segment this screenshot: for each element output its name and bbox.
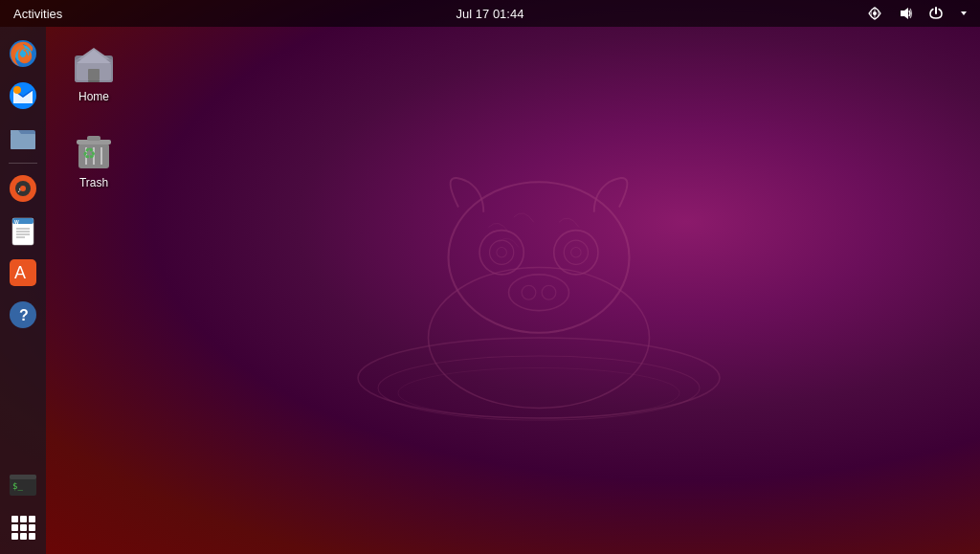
- grid-dot: [11, 533, 18, 540]
- svg-point-2: [398, 367, 679, 418]
- dock-separator: [9, 163, 37, 164]
- grid-dot: [11, 516, 18, 522]
- dock-item-files[interactable]: [4, 119, 42, 157]
- grid-dot: [20, 524, 27, 531]
- trash-icon: ♻: [71, 126, 117, 172]
- dock-item-firefox[interactable]: [4, 34, 42, 73]
- svg-point-13: [542, 285, 556, 299]
- grid-dot: [29, 524, 35, 531]
- svg-text:A: A: [14, 263, 26, 282]
- power-icon[interactable]: [924, 4, 947, 23]
- volume-icon[interactable]: [894, 4, 917, 23]
- grid-dot: [20, 533, 27, 540]
- desktop: Activities Jul 17 01:44: [0, 0, 980, 554]
- hippo-watermark: [338, 96, 740, 459]
- system-menu-icon[interactable]: [955, 7, 972, 20]
- svg-point-8: [554, 230, 598, 274]
- svg-rect-26: [11, 134, 35, 149]
- topbar-left: Activities: [8, 7, 68, 21]
- svg-text:♻: ♻: [82, 145, 96, 162]
- svg-point-12: [522, 285, 536, 299]
- home-icon-label: Home: [78, 90, 109, 103]
- svg-marker-20: [961, 11, 967, 15]
- grid-dot: [11, 524, 18, 531]
- desktop-icons-area: Home ♻ Trash: [56, 36, 132, 193]
- svg-point-7: [497, 247, 507, 257]
- dock-item-thunderbird[interactable]: [4, 77, 42, 115]
- dock-item-help[interactable]: ?: [4, 296, 42, 334]
- svg-text:$_: $_: [12, 481, 23, 491]
- svg-rect-50: [88, 69, 100, 80]
- svg-text:?: ?: [19, 307, 29, 323]
- svg-point-5: [479, 230, 523, 274]
- grid-dot: [29, 533, 35, 540]
- network-icon[interactable]: [863, 4, 886, 23]
- svg-marker-19: [901, 8, 908, 19]
- show-applications-button[interactable]: [4, 508, 42, 546]
- svg-point-1: [378, 355, 700, 419]
- dock-item-terminal[interactable]: $_: [4, 466, 42, 504]
- grid-dot: [29, 516, 35, 522]
- svg-point-11: [509, 274, 569, 310]
- svg-point-0: [358, 338, 720, 418]
- dock-item-rhythmbox[interactable]: ♪: [4, 169, 42, 208]
- activities-button[interactable]: Activities: [8, 7, 68, 21]
- dock-item-writer[interactable]: W: [4, 211, 42, 250]
- svg-point-10: [571, 247, 582, 257]
- grid-dot: [20, 516, 27, 522]
- dock: ♪ W A ?: [0, 27, 46, 554]
- topbar: Activities Jul 17 01:44: [0, 0, 980, 27]
- svg-rect-53: [87, 136, 100, 141]
- trash-icon-label: Trash: [79, 176, 108, 189]
- svg-text:W: W: [14, 219, 19, 225]
- dock-item-appstore[interactable]: A: [4, 254, 42, 292]
- topbar-right: [863, 4, 972, 23]
- svg-point-24: [13, 86, 21, 94]
- svg-point-9: [564, 240, 588, 264]
- topbar-datetime[interactable]: Jul 17 01:44: [457, 7, 524, 21]
- desktop-icon-home[interactable]: Home: [56, 36, 132, 107]
- desktop-icon-trash[interactable]: ♻ Trash: [56, 122, 132, 193]
- grid-icon: [11, 516, 35, 540]
- home-folder-icon: [71, 40, 117, 86]
- svg-text:♪: ♪: [17, 186, 21, 194]
- svg-point-6: [490, 240, 514, 264]
- svg-rect-43: [10, 475, 36, 479]
